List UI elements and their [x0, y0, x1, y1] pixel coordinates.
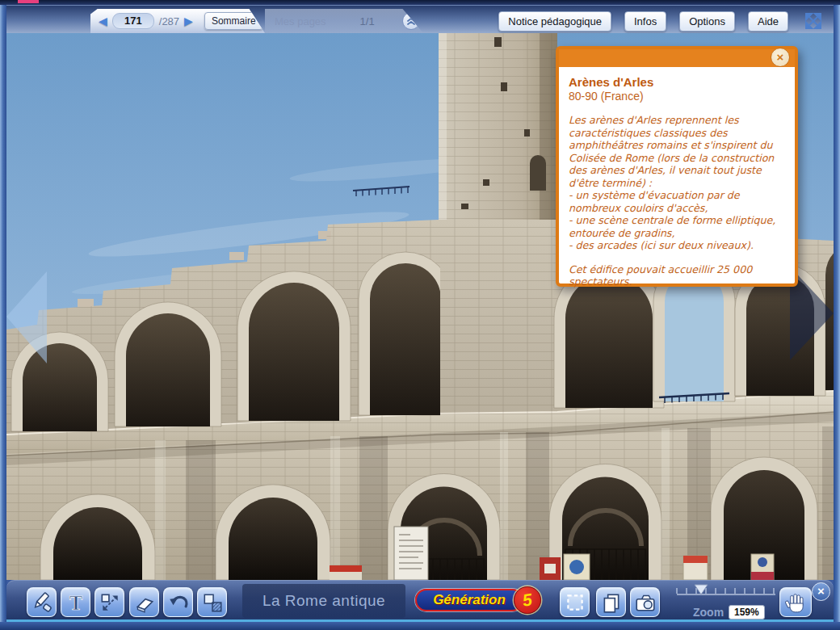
- eraser-tool-button[interactable]: [129, 587, 159, 617]
- selection-tool-button[interactable]: [560, 587, 590, 617]
- generation5-logo: Génération 5: [415, 586, 541, 614]
- hand-icon: [784, 591, 807, 614]
- next-page-icon[interactable]: ▶: [184, 15, 193, 27]
- info-popup-body: Arènes d'Arles 80-90 (France) Les arènes…: [559, 67, 795, 288]
- zoom-value: 159%: [729, 605, 765, 620]
- multi-page-tool-button[interactable]: [596, 587, 626, 617]
- top-buttons-group: Notice pédagogique Infos Options Aide: [498, 10, 825, 32]
- page-navigation-tab: ◀ 171 /287 ▶ Sommaire: [90, 9, 265, 33]
- text-tool-button[interactable]: T: [61, 587, 90, 617]
- pages-icon: [600, 591, 623, 614]
- mes-pages-count: 1/1: [360, 15, 375, 27]
- text-tool-icon: T: [65, 591, 87, 614]
- sommaire-button[interactable]: Sommaire: [204, 12, 263, 30]
- shapes-icon: [201, 591, 224, 614]
- svg-text:T: T: [69, 591, 82, 613]
- aide-button[interactable]: Aide: [748, 11, 788, 32]
- application-window: ◀ 171 /287 ▶ Sommaire Mes pages 1/1 Noti…: [0, 0, 840, 630]
- undo-arrow-icon: [167, 591, 190, 614]
- toolbar-close-button[interactable]: ×: [812, 582, 830, 601]
- page-total-label: /287: [159, 15, 179, 27]
- fullscreen-icon[interactable]: [801, 10, 825, 32]
- popup-paragraph: - des arcades (ici sur deux niveaux).: [569, 239, 785, 252]
- shapes-tool-button[interactable]: [197, 587, 227, 617]
- popup-paragraph: Cet édifice pouvait accueillir 25 000 sp…: [569, 263, 785, 288]
- document-title: La Rome antique: [262, 592, 385, 610]
- pen-tools-button[interactable]: [27, 587, 57, 617]
- popup-paragraph: - un système d'évacuation par de nombreu…: [569, 189, 785, 214]
- camera-capture-button[interactable]: [630, 587, 660, 617]
- popup-paragraph: Les arènes d'Arles reprennent les caract…: [569, 114, 785, 189]
- brand-name: Génération: [433, 592, 506, 608]
- info-popup-header: ×: [559, 49, 795, 67]
- infos-button[interactable]: Infos: [624, 11, 666, 32]
- document-title-panel: La Rome antique: [242, 584, 405, 618]
- top-toolbar: ◀ 171 /287 ▶ Sommaire Mes pages 1/1 Noti…: [6, 5, 834, 33]
- zoom-slider[interactable]: [675, 584, 777, 597]
- close-icon[interactable]: ×: [771, 48, 790, 67]
- popup-subtitle: 80-90 (France): [569, 90, 785, 103]
- eraser-icon: [133, 591, 156, 614]
- mes-pages-label: Mes pages: [275, 15, 326, 27]
- move-resize-tool-button[interactable]: [94, 587, 124, 617]
- pencil-marker-icon: [31, 591, 53, 614]
- window-frame-right: [834, 5, 840, 630]
- selection-rectangle-icon: [564, 591, 586, 614]
- options-button[interactable]: Options: [679, 11, 735, 32]
- bottom-toolbar: T: [6, 580, 834, 620]
- info-popup: × Arènes d'Arles 80-90 (France) Les arèn…: [556, 46, 798, 287]
- zoom-label: Zoom: [693, 606, 724, 619]
- move-resize-icon: [99, 591, 121, 614]
- collapse-toolbar-button[interactable]: [402, 12, 420, 30]
- notice-pedagogique-button[interactable]: Notice pédagogique: [498, 11, 611, 32]
- zoom-control: Zoom 159%: [675, 584, 777, 618]
- popup-title: Arènes d'Arles: [569, 75, 785, 89]
- previous-page-icon[interactable]: ◀: [99, 15, 107, 27]
- page-number-input[interactable]: 171: [112, 13, 154, 29]
- mes-pages-tab[interactable]: Mes pages 1/1: [265, 9, 423, 33]
- chevron-up-icon: [405, 15, 417, 27]
- popup-paragraph: - une scène centrale de forme elliptique…: [569, 214, 785, 239]
- undo-button[interactable]: [163, 587, 193, 617]
- camera-icon: [634, 591, 657, 614]
- generation5-logo-text-box: Génération: [415, 589, 523, 611]
- brand-number: 5: [522, 590, 534, 610]
- generation5-logo-badge: 5: [514, 586, 541, 614]
- window-frame-left: [0, 5, 6, 630]
- previous-page-overlay-arrow[interactable]: [6, 271, 48, 364]
- background-window-fragment: [18, 0, 39, 3]
- hand-pan-tool-button[interactable]: [779, 587, 812, 617]
- window-frame-bottom: [0, 622, 840, 630]
